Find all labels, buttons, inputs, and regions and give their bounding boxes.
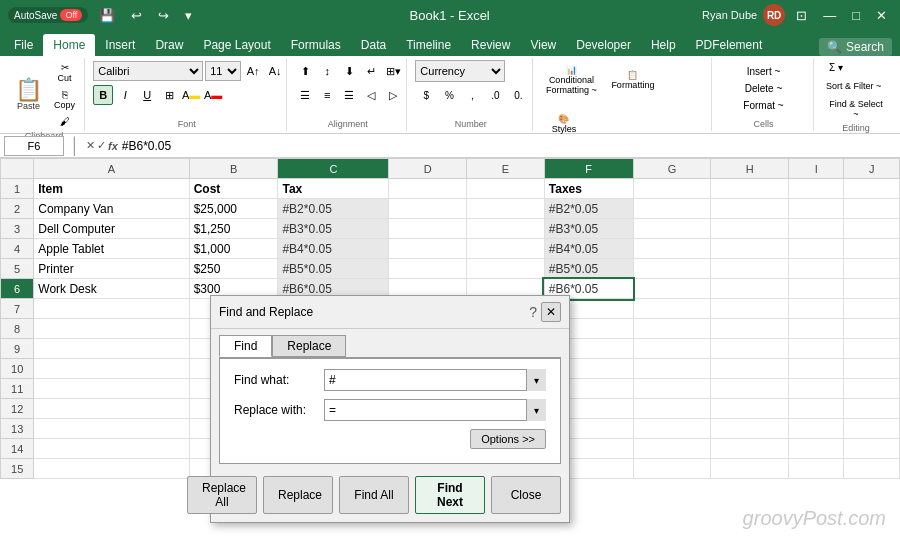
cell-r4-c1[interactable]: $1,000 [189,239,278,259]
col-header-d[interactable]: D [389,159,467,179]
border-button[interactable]: ⊞ [159,85,179,105]
cell-r5-c8[interactable] [788,259,843,279]
font-size-select[interactable]: 11 [205,61,241,81]
tab-insert[interactable]: Insert [95,34,145,56]
cell-r11-c0[interactable] [34,379,189,399]
format-as-table-button[interactable]: 📋 Formatting [607,60,658,100]
cell-r15-c0[interactable] [34,459,189,479]
cell-r2-c0[interactable]: Company Van [34,199,189,219]
increase-font-button[interactable]: A↑ [243,61,263,81]
cell-r12-c0[interactable] [34,399,189,419]
cell-r5-c9[interactable] [844,259,900,279]
cut-button[interactable]: ✂ Cut [50,60,79,85]
options-button[interactable]: Options >> [470,429,546,449]
decrease-indent-button[interactable]: ◁ [361,85,381,105]
cell-r8-c9[interactable] [844,319,900,339]
cell-r6-c0[interactable]: Work Desk [34,279,189,299]
cell-r11-c6[interactable] [633,379,711,399]
tab-file[interactable]: File [4,34,43,56]
col-header-a[interactable]: A [34,159,189,179]
cell-r6-c6[interactable] [633,279,711,299]
cell-r4-c8[interactable] [788,239,843,259]
cancel-formula-button[interactable]: ✕ [86,139,95,152]
tab-review[interactable]: Review [461,34,520,56]
format-painter-button[interactable]: 🖌 [50,114,79,129]
cell-r1-c9[interactable] [844,179,900,199]
find-what-dropdown[interactable]: ▾ [526,369,546,391]
increase-decimal-button[interactable]: .0 [484,85,506,105]
save-button[interactable]: 💾 [94,6,120,25]
cell-r14-c8[interactable] [788,439,843,459]
cell-r8-c7[interactable] [711,319,789,339]
replace-with-dropdown[interactable]: ▾ [526,399,546,421]
row-header-12[interactable]: 12 [1,399,34,419]
delete-cells-button[interactable]: Delete ~ [739,81,787,96]
bold-button[interactable]: B [93,85,113,105]
cell-r3-c5[interactable]: #B3*0.05 [544,219,633,239]
cell-r4-c2[interactable]: #B4*0.05 [278,239,389,259]
cell-r12-c7[interactable] [711,399,789,419]
cell-r13-c9[interactable] [844,419,900,439]
cell-r5-c0[interactable]: Printer [34,259,189,279]
font-color-button[interactable]: A▬ [203,85,223,105]
dialog-close-button[interactable]: ✕ [541,302,561,322]
cell-r14-c0[interactable] [34,439,189,459]
align-center-button[interactable]: ≡ [317,85,337,105]
cell-r2-c5[interactable]: #B2*0.05 [544,199,633,219]
cell-r14-c9[interactable] [844,439,900,459]
cell-r5-c7[interactable] [711,259,789,279]
tab-developer[interactable]: Developer [566,34,641,56]
row-header-3[interactable]: 3 [1,219,34,239]
col-header-f[interactable]: F [544,159,633,179]
col-header-b[interactable]: B [189,159,278,179]
tab-home[interactable]: Home [43,34,95,56]
cell-r7-c7[interactable] [711,299,789,319]
row-header-4[interactable]: 4 [1,239,34,259]
cell-r4-c6[interactable] [633,239,711,259]
cell-r5-c4[interactable] [467,259,545,279]
cell-r2-c4[interactable] [467,199,545,219]
underline-button[interactable]: U [137,85,157,105]
cell-r15-c6[interactable] [633,459,711,479]
number-format-select[interactable]: Currency [415,60,505,82]
cell-r10-c8[interactable] [788,359,843,379]
cell-r1-c5[interactable]: Taxes [544,179,633,199]
insert-function-button[interactable]: fx [108,139,118,152]
cell-r3-c8[interactable] [788,219,843,239]
col-header-c[interactable]: C [278,159,389,179]
col-header-g[interactable]: G [633,159,711,179]
ribbon-display-options[interactable]: ⊡ [791,6,812,25]
align-top-button[interactable]: ⬆ [295,61,315,81]
autosum-button[interactable]: Σ ▾ [822,60,850,75]
cell-r13-c7[interactable] [711,419,789,439]
cell-r2-c2[interactable]: #B2*0.05 [278,199,389,219]
cell-r14-c6[interactable] [633,439,711,459]
cell-r4-c5[interactable]: #B4*0.05 [544,239,633,259]
cell-r13-c6[interactable] [633,419,711,439]
maximize-button[interactable]: □ [847,6,865,25]
decrease-decimal-button[interactable]: 0. [507,85,529,105]
cell-r4-c0[interactable]: Apple Tablet [34,239,189,259]
cell-r13-c8[interactable] [788,419,843,439]
cell-r12-c6[interactable] [633,399,711,419]
cell-r5-c6[interactable] [633,259,711,279]
cell-r5-c2[interactable]: #B5*0.05 [278,259,389,279]
cell-r6-c7[interactable] [711,279,789,299]
percent-button[interactable]: % [438,85,460,105]
find-what-input[interactable] [324,369,546,391]
increase-indent-button[interactable]: ▷ [383,85,403,105]
cell-r9-c8[interactable] [788,339,843,359]
cell-r12-c8[interactable] [788,399,843,419]
font-family-select[interactable]: Calibri [93,61,203,81]
cell-r1-c7[interactable] [711,179,789,199]
find-all-button[interactable]: Find All [339,476,409,514]
cell-r4-c7[interactable] [711,239,789,259]
cell-r8-c0[interactable] [34,319,189,339]
tab-data[interactable]: Data [351,34,396,56]
search-placeholder[interactable]: Search [846,40,884,54]
cell-r1-c8[interactable] [788,179,843,199]
cell-r11-c9[interactable] [844,379,900,399]
cell-r15-c9[interactable] [844,459,900,479]
row-header-7[interactable]: 7 [1,299,34,319]
cell-r10-c6[interactable] [633,359,711,379]
